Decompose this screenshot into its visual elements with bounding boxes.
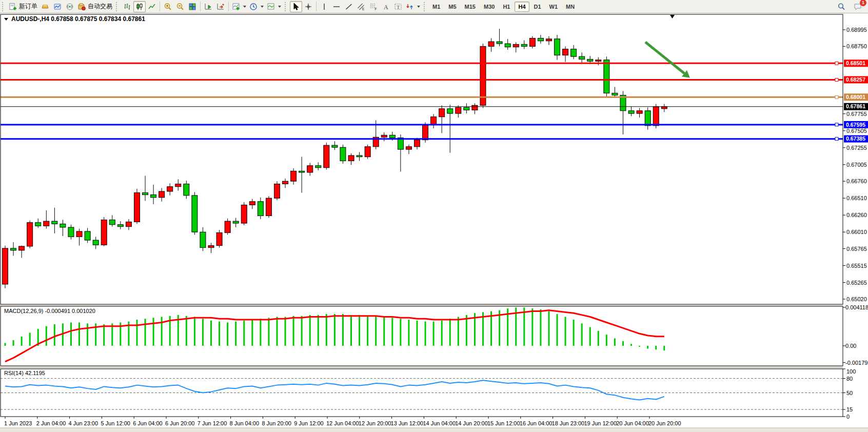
price-tick-label: 0.67505 [846, 128, 867, 134]
line-chart-icon [148, 3, 156, 11]
macd-tick-label: 0.00 [845, 343, 856, 349]
toolbar-drag-handle[interactable] [116, 2, 120, 11]
pane-splitter[interactable] [0, 305, 843, 306]
candle-body [208, 246, 214, 248]
line-endpoint-handle[interactable] [835, 78, 838, 81]
price-tick-label: 0.68750 [846, 43, 867, 49]
horizontal-line-icon [332, 3, 341, 11]
candlestick-mode-button[interactable] [133, 1, 146, 12]
timeframe-mn-button[interactable]: MN [562, 2, 578, 12]
indicators-dropdown-arrow[interactable] [243, 6, 246, 8]
cursor-tool-button[interactable] [290, 1, 302, 12]
time-tick-label: 9 Jun 12:00 [294, 420, 324, 426]
fibonacci-tool-button[interactable]: F [367, 1, 380, 12]
market-watch-button[interactable] [39, 1, 51, 12]
candle-body [3, 248, 8, 284]
notification-badge: 1 [860, 0, 866, 6]
templates-icon [267, 3, 275, 11]
timeframe-d1-button[interactable]: D1 [530, 2, 545, 12]
timeframe-w1-button[interactable]: W1 [546, 2, 562, 12]
text-label-tool-button[interactable]: T [392, 1, 404, 12]
timeframe-bar: M1 M5 M15 M30 H1 H4 D1 W1 MN [429, 2, 578, 12]
candle-body [241, 205, 247, 223]
data-window-button[interactable] [51, 1, 64, 12]
rsi-label: RSI(14) 42.1195 [4, 370, 45, 376]
line-endpoint-handle[interactable] [835, 95, 838, 99]
candle-body [68, 227, 74, 237]
bar-chart-mode-button[interactable] [121, 1, 133, 12]
price-line-label: 0.68501 [846, 60, 865, 66]
candle-body [456, 107, 461, 113]
templates-button[interactable] [265, 1, 283, 12]
candle-body [653, 107, 659, 126]
zoom-in-icon [164, 3, 172, 11]
timeframe-m5-button[interactable]: M5 [445, 2, 460, 12]
candle-body [266, 198, 271, 215]
svg-text:F: F [375, 7, 377, 11]
toolbar-drag-handle[interactable] [2, 2, 6, 11]
chart-area[interactable]: 0.685010.682570.680010.678610.675950.673… [0, 13, 868, 432]
signals-button[interactable] [64, 1, 76, 12]
line-endpoint-handle[interactable] [835, 138, 838, 141]
text-tool-button[interactable]: A [380, 1, 392, 12]
candle-body [291, 171, 297, 181]
auto-scroll-button[interactable] [202, 1, 214, 12]
auto-trading-label: 自动交易 [88, 2, 112, 11]
periods-dropdown-arrow[interactable] [261, 6, 264, 8]
arrows-dropdown-arrow[interactable] [417, 6, 420, 8]
zoom-out-button[interactable] [174, 1, 186, 12]
candle-body [579, 56, 585, 59]
candle-body [439, 109, 445, 117]
candle-body [93, 240, 98, 245]
timeframe-h4-button[interactable]: H4 [515, 2, 529, 12]
new-order-icon [9, 3, 17, 11]
zoom-in-button[interactable] [162, 1, 174, 12]
candle-body [85, 231, 90, 240]
arrows-tool-button[interactable] [404, 1, 422, 12]
equidistant-channel-tool-button[interactable]: E [355, 1, 367, 12]
timeframe-m30-button[interactable]: M30 [480, 2, 498, 12]
time-tick-label: 7 Jun 12:00 [198, 420, 227, 426]
signals-icon [66, 3, 74, 11]
auto-trading-button[interactable]: 自动交易 [76, 1, 114, 12]
vertical-line-tool-button[interactable] [318, 1, 330, 12]
time-tick-label: 16 Jun 04:00 [520, 420, 553, 426]
time-tick-label: 6 Jun 04:00 [133, 420, 163, 426]
search-button[interactable] [835, 1, 847, 12]
tile-windows-button[interactable] [186, 1, 199, 12]
timeframe-h1-button[interactable]: H1 [499, 2, 514, 12]
timeframe-m15-button[interactable]: M15 [461, 2, 479, 12]
candle-body [464, 107, 469, 110]
indicators-button[interactable] [230, 1, 248, 12]
new-order-button[interactable]: 新订单 [7, 1, 39, 12]
notifications-button[interactable]: 1 [852, 1, 864, 12]
templates-dropdown-arrow[interactable] [278, 6, 281, 8]
chart-shift-button[interactable] [214, 1, 227, 12]
price-tick-label: 0.65020 [846, 296, 867, 302]
trendline-icon [345, 3, 353, 11]
candle-body [216, 233, 222, 246]
time-tick-label: 12 Jun 20:00 [359, 420, 391, 426]
line-endpoint-handle[interactable] [835, 62, 838, 65]
time-tick-label: 20 Jun 20:00 [648, 420, 681, 426]
price-tick-label: 0.67005 [846, 162, 867, 168]
timeframe-m1-button[interactable]: M1 [429, 2, 444, 12]
line-chart-mode-button[interactable] [146, 1, 158, 12]
candle-body [332, 145, 338, 147]
toolbar-drag-handle[interactable] [424, 2, 427, 11]
vertical-line-icon [320, 3, 328, 11]
toolbar-drag-handle[interactable] [285, 2, 288, 11]
candle-body [587, 59, 593, 61]
line-endpoint-handle[interactable] [835, 123, 838, 126]
candle-body [488, 42, 494, 46]
candle-body [406, 147, 411, 149]
horizontal-line-tool-button[interactable] [330, 1, 343, 12]
trendline-tool-button[interactable] [343, 1, 355, 12]
candle-body [274, 184, 280, 198]
gold-ingot-icon [41, 3, 49, 11]
candle-body [645, 111, 650, 126]
crosshair-tool-button[interactable] [302, 1, 314, 12]
pane-splitter[interactable] [0, 366, 843, 368]
periods-button[interactable] [248, 1, 265, 12]
price-tick-label: 0.66760 [846, 178, 867, 184]
